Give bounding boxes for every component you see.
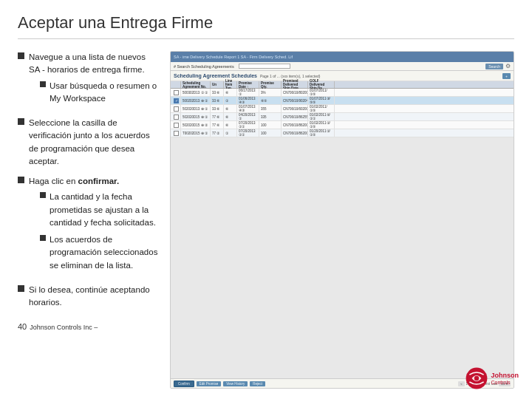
row5-un: 77 ⑥ bbox=[211, 121, 224, 129]
row4-pd2: 335 bbox=[259, 113, 282, 120]
th-promise-qty: Promise Qty. bbox=[259, 81, 282, 88]
row3-checkbox[interactable] bbox=[172, 105, 181, 112]
jci-logo: Johnson Controls bbox=[465, 366, 519, 390]
th-checkbox bbox=[172, 81, 181, 88]
row5-checkbox[interactable] bbox=[172, 121, 181, 129]
row5-sched: 502020D15 ⊕ ② bbox=[181, 121, 211, 129]
jci-logo-sub: Controls bbox=[491, 380, 519, 385]
row2-pd2: ⑥⑤ bbox=[259, 97, 282, 104]
row1-pd1: 06/17/2013 ① bbox=[237, 89, 259, 96]
row3-pd1: 01/07/2013 ④③ bbox=[237, 105, 259, 112]
left-column: Navegue a una lista de nuevos SA - horar… bbox=[18, 51, 158, 389]
view-history-button[interactable]: View History bbox=[223, 381, 248, 386]
row4-li: ⑥ bbox=[224, 113, 237, 120]
row2-un: 33 ⑥ bbox=[211, 97, 224, 104]
row5-pd2: 100 bbox=[259, 121, 282, 129]
confirm-button[interactable]: Confirm bbox=[174, 381, 194, 387]
pagination-prev[interactable]: < bbox=[458, 381, 464, 386]
th-tdc: Promised Delivered Ship Date bbox=[282, 81, 308, 88]
row4-gds: 01/02/2011⑤/①① bbox=[308, 113, 335, 120]
row2-checkbox[interactable]: ✓ bbox=[172, 97, 181, 104]
th-sched-no: Scheduling Agreement No. bbox=[181, 81, 211, 88]
svg-point-1 bbox=[474, 376, 478, 381]
row1-gds: 01/07/2011/①⑤ bbox=[308, 89, 335, 96]
row6-pd1: 07/20/2013 ①① bbox=[237, 129, 259, 137]
row1-pd2: 3% bbox=[259, 89, 282, 96]
table-row: 500302D13 ① ① 33 ⑥ ⑥ 06/17/2013 ① 3% CN7… bbox=[171, 89, 514, 97]
th-li: Line Item Typ bbox=[224, 81, 237, 88]
row4-sched: 502020D15 ⊕ ① bbox=[181, 113, 211, 120]
table-row: 502020D15 ⊕ ① 77 ⑥ ⑥ 04/20/2013 ① 335 CN… bbox=[171, 113, 514, 121]
row4-tdc: CN706/10/862558 bbox=[282, 113, 308, 120]
row1-tdc: CN706/10/802008 bbox=[282, 89, 308, 96]
erp-table-body: 500302D13 ① ① 33 ⑥ ⑥ 06/17/2013 ① 3% CN7… bbox=[171, 89, 514, 137]
bullet-icon-1 bbox=[18, 52, 24, 59]
erp-breadcrumb: SA - ime Delivery Schedule Report 1 SA -… bbox=[174, 55, 293, 59]
row1-li: ⑥ bbox=[224, 89, 237, 96]
row5-li: ⑥ bbox=[224, 121, 237, 129]
edit-promise-button[interactable]: Edit Promise bbox=[197, 381, 222, 386]
erp-page-heading: Scheduling Agreement Schedules bbox=[174, 73, 257, 78]
bullet-text-4: Si lo desea, continúe aceptando horarios… bbox=[29, 284, 158, 310]
row6-sched: T00202D15 ⊕ ① bbox=[181, 129, 211, 137]
erp-top-bar: SA - ime Delivery Schedule Report 1 SA -… bbox=[171, 52, 514, 62]
erp-add-button[interactable]: + bbox=[502, 73, 511, 79]
row6-checkbox[interactable] bbox=[172, 129, 181, 137]
sub-bullet-text-1-1: Usar búsqueda o resumen o My Workspace bbox=[50, 80, 158, 106]
table-row: ✓ 500202D13 ⊕ ① 33 ⑥ ① 01/06/2013 ④③ ⑥⑤ … bbox=[171, 97, 514, 105]
bullet-bold-text-3: confirmar. bbox=[78, 177, 119, 185]
content-area: Navegue a una lista de nuevos SA - horar… bbox=[18, 51, 514, 389]
erp-search-input[interactable] bbox=[239, 64, 290, 69]
table-row: 502020D15 ⊕ ② 77 ⑥ ⑥ 07/20/2013 ①① 100 C… bbox=[171, 121, 514, 129]
row3-tdc: CN706/10/602008 bbox=[282, 105, 308, 112]
sub-bullet-icon-3-2 bbox=[40, 235, 46, 241]
th-un: Un bbox=[211, 81, 224, 88]
sub-bullet-text-3-1: La cantidad y la fecha prometidas se aju… bbox=[50, 191, 158, 229]
row1-sched: 500302D13 ① ① bbox=[181, 89, 211, 96]
page-number: 40 bbox=[18, 321, 27, 333]
bullet-text-3: Haga clic en confirmar. La cantidad y la… bbox=[29, 175, 158, 276]
page-number-suffix: Johnson Controls Inc – bbox=[30, 323, 98, 333]
row2-tdc: CN706/10/902048 bbox=[282, 97, 308, 104]
erp-screenshot: SA - ime Delivery Schedule Report 1 SA -… bbox=[170, 51, 514, 389]
sub-bullet-icon-1-1 bbox=[40, 81, 46, 87]
erp-search-button[interactable]: Search bbox=[485, 64, 503, 69]
table-row: T00202D15 ⊕ ① 77 ② ① 07/20/2013 ①① 100 C… bbox=[171, 129, 514, 137]
erp-search-label: # Search Scheduling Agreements bbox=[174, 64, 234, 69]
erp-table-header: Scheduling Agreement No. Un Line Item Ty… bbox=[171, 81, 514, 89]
row2-sched: 500202D13 ⊕ ① bbox=[181, 97, 211, 104]
row5-tdc: CN706/10/862008 bbox=[282, 121, 308, 129]
erp-settings-icon[interactable]: ⚙ bbox=[505, 63, 511, 69]
th-promise-date: Promise Date ↑ bbox=[237, 81, 259, 88]
page-number-area: 40 Johnson Controls Inc – bbox=[18, 316, 158, 333]
row3-un: 33 ⑥ bbox=[211, 105, 224, 112]
sub-bullet-icon-3-1 bbox=[40, 192, 46, 198]
bullet-text-2: Seleccione la casilla de verificación ju… bbox=[29, 117, 158, 168]
page-title: Aceptar una Entrega Firme bbox=[18, 13, 514, 39]
row1-checkbox[interactable] bbox=[172, 89, 181, 96]
row6-pd2: 100 bbox=[259, 129, 282, 137]
jci-logo-graphic bbox=[465, 366, 488, 390]
row2-li: ① bbox=[224, 97, 237, 104]
bullet-item-3: Haga clic en confirmar. La cantidad y la… bbox=[18, 175, 158, 276]
row4-pd1: 04/20/2013 ① bbox=[237, 113, 259, 120]
row6-un: 77 ② bbox=[211, 129, 224, 137]
page-container: Aceptar una Entrega Firme Navegue a una … bbox=[0, 0, 532, 399]
bullet-item-1: Navegue a una lista de nuevos SA - horar… bbox=[18, 51, 158, 109]
sub-bullets-1: Usar búsqueda o resumen o My Workspace bbox=[40, 80, 158, 106]
sub-bullets-3: La cantidad y la fecha prometidas se aju… bbox=[40, 191, 158, 272]
row2-pd1: 01/06/2013 ④③ bbox=[237, 97, 259, 104]
sub-bullet-3-1: La cantidad y la fecha prometidas se aju… bbox=[40, 191, 158, 229]
row5-pd1: 07/20/2013 ①① bbox=[237, 121, 259, 129]
bullet-text-1: Navegue a una lista de nuevos SA - horar… bbox=[29, 51, 158, 109]
erp-page-subtitle: Page 1 of ... (xxx item(s), 1 selected) bbox=[260, 74, 320, 78]
bullet-icon-2 bbox=[18, 118, 24, 125]
erp-search-bar: # Search Scheduling Agreements Search ⚙ bbox=[171, 62, 514, 71]
row4-checkbox[interactable] bbox=[172, 113, 181, 120]
row3-sched: 502020D13 ⊕ ① bbox=[181, 105, 211, 112]
erp-title-row: Scheduling Agreement Schedules Page 1 of… bbox=[171, 71, 514, 81]
bullet-item-4: Si lo desea, continúe aceptando horarios… bbox=[18, 284, 158, 310]
row3-li: ⑥ bbox=[224, 105, 237, 112]
row3-pd2: 355 bbox=[259, 105, 282, 112]
reject-button[interactable]: Reject bbox=[250, 381, 265, 386]
